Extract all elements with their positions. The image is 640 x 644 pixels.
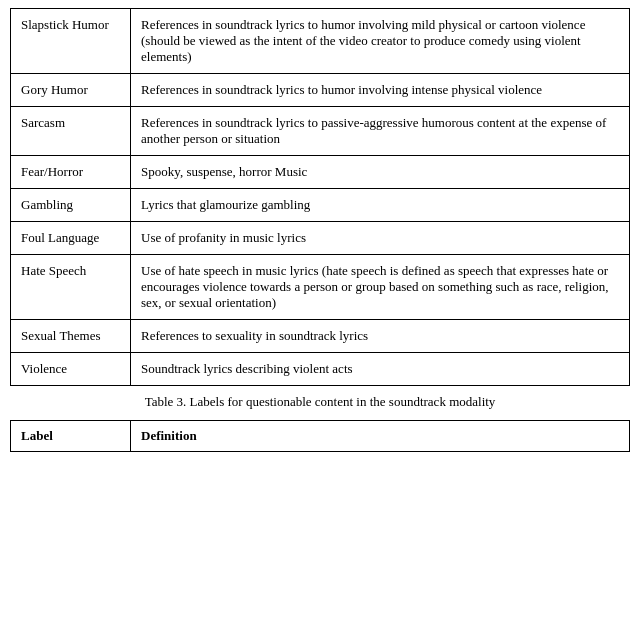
page-container: Slapstick HumorReferences in soundtrack …	[0, 0, 640, 460]
bottom-def-col: Definition	[131, 421, 630, 452]
definition-cell: References in soundtrack lyrics to humor…	[131, 74, 630, 107]
definition-cell: References in soundtrack lyrics to passi…	[131, 107, 630, 156]
table-row: GamblingLyrics that glamourize gambling	[11, 189, 630, 222]
definition-cell: Spooky, suspense, horror Music	[131, 156, 630, 189]
definition-cell: References in soundtrack lyrics to humor…	[131, 9, 630, 74]
table-row: ViolenceSoundtrack lyrics describing vio…	[11, 353, 630, 386]
label-cell: Gory Humor	[11, 74, 131, 107]
table-row: Sexual ThemesReferences to sexuality in …	[11, 320, 630, 353]
table-row: Foul LanguageUse of profanity in music l…	[11, 222, 630, 255]
definition-cell: Soundtrack lyrics describing violent act…	[131, 353, 630, 386]
label-cell: Foul Language	[11, 222, 131, 255]
table-row: Hate SpeechUse of hate speech in music l…	[11, 255, 630, 320]
bottom-table: Label Definition	[10, 420, 630, 452]
definition-cell: Use of profanity in music lyrics	[131, 222, 630, 255]
table-row: Slapstick HumorReferences in soundtrack …	[11, 9, 630, 74]
definition-cell: References to sexuality in soundtrack ly…	[131, 320, 630, 353]
label-cell: Violence	[11, 353, 131, 386]
table-row: Gory HumorReferences in soundtrack lyric…	[11, 74, 630, 107]
definition-cell: Lyrics that glamourize gambling	[131, 189, 630, 222]
main-table: Slapstick HumorReferences in soundtrack …	[10, 8, 630, 386]
table-caption: Table 3. Labels for questionable content…	[10, 394, 630, 410]
table-row: Label Definition	[11, 421, 630, 452]
table-row: SarcasmReferences in soundtrack lyrics t…	[11, 107, 630, 156]
label-cell: Fear/Horror	[11, 156, 131, 189]
table-row: Fear/HorrorSpooky, suspense, horror Musi…	[11, 156, 630, 189]
label-cell: Sarcasm	[11, 107, 131, 156]
bottom-label-col: Label	[11, 421, 131, 452]
label-cell: Gambling	[11, 189, 131, 222]
definition-cell: Use of hate speech in music lyrics (hate…	[131, 255, 630, 320]
label-cell: Sexual Themes	[11, 320, 131, 353]
label-cell: Hate Speech	[11, 255, 131, 320]
label-cell: Slapstick Humor	[11, 9, 131, 74]
